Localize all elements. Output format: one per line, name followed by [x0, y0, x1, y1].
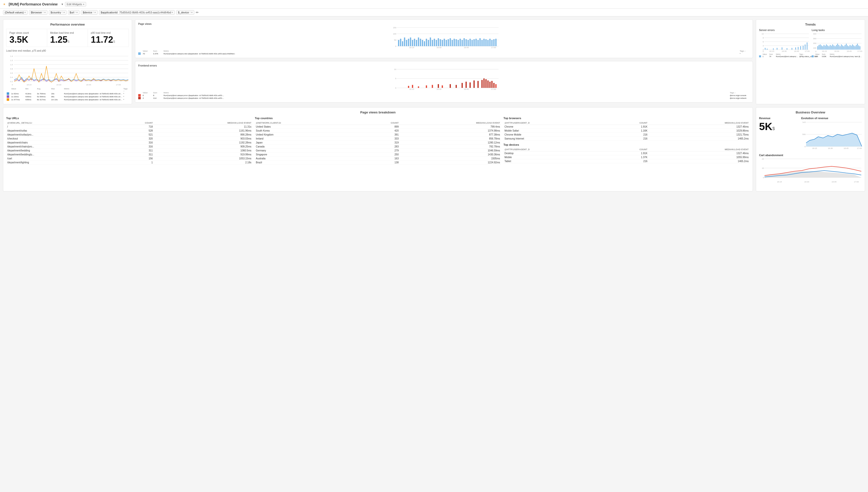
dropdown-arrow[interactable]: ▾	[61, 2, 63, 6]
svg-text:16:30: 16:30	[782, 50, 787, 52]
svg-rect-179	[848, 46, 849, 50]
edit-widgets-button[interactable]: Edit Widgets +	[65, 2, 86, 6]
filter-device[interactable]: $device * ▾	[81, 10, 97, 15]
perf-overview-title: Performance overview	[6, 23, 129, 26]
server-err-legend	[759, 55, 761, 57]
bottom-row: Page views breakdown Top URLs @VIEW.URL_…	[3, 107, 865, 191]
col-count-b-header: COUNT	[610, 121, 648, 125]
perf-metrics: Page views count 3.5K Median load time e…	[6, 29, 129, 47]
svg-rect-38	[412, 40, 413, 46]
cart-abandonment-section: Cart abandonment 20 10 0 16:15 16:30 16:…	[759, 154, 862, 188]
svg-text:10: 10	[762, 33, 764, 35]
filter-country[interactable]: $country * ▾	[49, 10, 67, 15]
metric-p90-label: p90 load time end	[91, 31, 126, 34]
table-row: Germany2791046.59ms	[255, 149, 501, 153]
svg-text:5: 5	[395, 77, 397, 80]
long-tasks-label: Long tasks	[812, 29, 862, 31]
page-views-panel: Page views 150 100 50 0 16:15 16:30 16:4…	[135, 19, 753, 58]
svg-rect-97	[442, 85, 443, 88]
performance-overview-panel: Performance overview Page views count 3.…	[3, 19, 132, 104]
filter-url[interactable]: $url * ▾	[68, 10, 80, 15]
col-median-b-header: MEDIAN:LOAD EVENT	[648, 121, 750, 125]
svg-rect-138	[803, 46, 803, 50]
svg-rect-68	[471, 40, 473, 46]
svg-rect-79	[493, 39, 494, 46]
col-browser-header: @HTTP.USERAGENT_D	[504, 121, 610, 125]
metric-median-label: Median load time end	[50, 31, 85, 34]
svg-rect-135	[795, 47, 796, 50]
evo-label: Evolution of revenue	[801, 117, 862, 120]
col-country-header: @NETWORK.CLIENT.GI	[255, 121, 361, 125]
table-row: South Korea4201374.98ms	[255, 129, 501, 133]
cart-abandonment-chart: 20 10 0 16:15 16:30 16:45 17:00	[759, 157, 862, 188]
filter-appid[interactable]: $applicationId 75d50c62-8b66-403c-a453-a…	[99, 10, 175, 15]
svg-rect-52	[440, 39, 441, 46]
pencil-button[interactable]: ✏	[196, 10, 199, 15]
svg-rect-100	[462, 83, 463, 88]
table-row: /department/chairs/pro...316909.25ms	[6, 145, 252, 149]
load-chart-legend: ValueMinAvgMaxMetricTags ↓ 1s 62ms413ms3…	[6, 88, 129, 101]
svg-rect-98	[450, 84, 451, 88]
svg-text:20: 20	[762, 158, 764, 160]
page-views-label: Page views	[138, 23, 750, 25]
chevron-down-icon: ▾	[63, 11, 65, 14]
breakdown-grid: Top URLs @VIEW.URL_DETAILS.I COUNT MEDIA…	[6, 117, 750, 165]
table-row: /checkout320903.03ms	[6, 137, 252, 141]
legend-yellow-color	[7, 98, 9, 101]
svg-rect-58	[452, 40, 453, 46]
svg-rect-40	[416, 40, 417, 46]
table-row: Samsung Internet2161465.2ms	[504, 137, 750, 141]
svg-text:100: 100	[393, 33, 397, 35]
svg-rect-95	[432, 85, 433, 88]
svg-rect-33	[402, 41, 403, 46]
business-overview-panel: Business Overview Revenue 5K$ Evolution …	[756, 107, 865, 191]
svg-rect-48	[432, 40, 433, 46]
svg-rect-53	[442, 40, 443, 46]
svg-rect-76	[487, 40, 489, 46]
svg-rect-55	[446, 40, 447, 46]
svg-text:300: 300	[813, 38, 817, 40]
table-row: /department/sofas5281161.96ms	[6, 129, 252, 133]
svg-rect-188	[860, 46, 860, 50]
svg-rect-61	[458, 40, 459, 46]
svg-rect-139	[805, 44, 806, 50]
svg-rect-78	[491, 40, 492, 46]
chevron-down-icon: ▾	[191, 11, 193, 14]
col-median-header: MEDIAN:LOAD EVENT	[154, 121, 252, 125]
svg-text:16:45: 16:45	[844, 147, 849, 149]
svg-text:16:45: 16:45	[847, 50, 852, 52]
table-row: Japan3191280.12ms	[255, 141, 501, 145]
svg-rect-51	[438, 38, 439, 46]
svg-rect-134	[792, 48, 792, 50]
table-row: Mobile Safari1.16K1029.86ms	[504, 129, 750, 133]
filter-device2[interactable]: $_device * ▾	[176, 10, 194, 15]
chevron-down-icon: ▾	[95, 11, 96, 14]
svg-rect-67	[469, 39, 471, 46]
table-row: Australia1631505ms	[255, 157, 501, 161]
svg-text:17:00: 17:00	[116, 84, 121, 86]
svg-rect-74	[483, 39, 485, 46]
table-row: /department/lighting12.18s	[6, 161, 252, 165]
col-count-d-header: COUNT	[610, 148, 648, 151]
filter-default-values[interactable]: (Default values) ▾	[3, 10, 28, 15]
table-row: Brazil1381224.92ms	[255, 161, 501, 165]
revenue-section: Revenue 5K$	[759, 117, 799, 151]
svg-rect-91	[408, 86, 409, 88]
svg-rect-171	[839, 45, 839, 50]
svg-text:16:45: 16:45	[464, 46, 469, 49]
svg-text:16:45: 16:45	[464, 88, 469, 90]
table-row: /department/sofas/pro...521866.28ms	[6, 133, 252, 137]
svg-rect-93	[418, 87, 419, 88]
svg-rect-128	[765, 48, 766, 50]
svg-text:1e3: 1e3	[802, 121, 806, 123]
col-count-c-header: COUNT	[361, 121, 400, 125]
filter-browser[interactable]: $browser * ▾	[29, 10, 47, 15]
svg-rect-49	[434, 39, 435, 46]
svg-rect-163	[828, 46, 829, 50]
svg-rect-156	[820, 44, 821, 50]
svg-rect-46	[428, 40, 429, 46]
svg-rect-107	[485, 79, 487, 88]
chevron-down-icon: ▾	[45, 11, 46, 14]
svg-text:0: 0	[805, 145, 806, 148]
svg-rect-69	[474, 39, 475, 46]
